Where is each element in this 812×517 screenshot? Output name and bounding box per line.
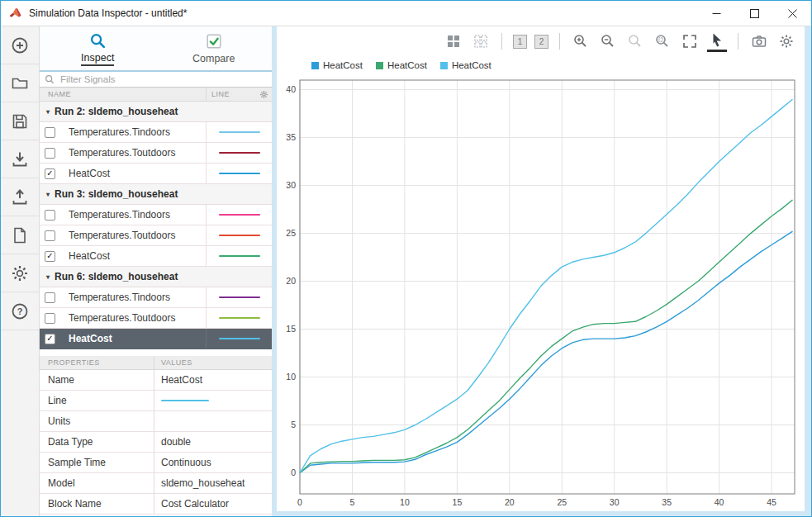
signal-row[interactable]: Temperatures.Toutdoors <box>40 225 272 246</box>
tab-compare[interactable]: Compare <box>156 26 273 70</box>
signal-line-swatch <box>219 296 260 299</box>
properties-rows: NameHeatCostLineUnitsData TypedoubleSamp… <box>40 370 272 515</box>
import-button[interactable] <box>1 140 39 178</box>
legend-label: HeatCost <box>323 60 363 70</box>
maximize-button[interactable] <box>735 1 773 26</box>
subplot-grid-icon <box>445 33 462 50</box>
signal-row[interactable]: ✓HeatCost <box>40 246 272 267</box>
signal-row[interactable]: ✓HeatCost <box>40 329 272 349</box>
cursor-2-button[interactable]: 2 <box>534 35 548 49</box>
run-group-label: Run 2: sldemo_househeat <box>55 106 178 117</box>
signal-line-cell <box>206 246 272 266</box>
add-run-button[interactable] <box>1 26 39 64</box>
signal-rows: ▾Run 2: sldemo_househeatTemperatures.Tin… <box>40 102 272 349</box>
signal-name: Temperatures.Tindoors <box>69 126 206 138</box>
property-value <box>154 391 272 410</box>
filter-signals-input[interactable] <box>59 74 267 85</box>
cursor-1-button[interactable]: 1 <box>513 35 527 49</box>
signal-row[interactable]: Temperatures.Tindoors <box>40 287 272 308</box>
signal-name: Temperatures.Toutdoors <box>69 312 206 324</box>
legend-label: HeatCost <box>452 60 491 70</box>
property-row: Units <box>40 411 272 432</box>
svg-text:35: 35 <box>662 497 672 507</box>
maximize-axes-icon <box>681 33 698 50</box>
snapshot-camera-button[interactable] <box>749 31 769 52</box>
signal-line-cell <box>206 225 272 245</box>
toolbar-separator <box>501 33 502 50</box>
zoom-in-button[interactable] <box>571 31 591 52</box>
signal-checkbox[interactable]: ✓ <box>45 251 55 262</box>
minimize-button[interactable] <box>697 1 735 26</box>
open-folder-button[interactable] <box>1 64 39 102</box>
signal-row[interactable]: Temperatures.Tindoors <box>40 122 272 143</box>
signal-row[interactable]: Temperatures.Toutdoors <box>40 143 272 164</box>
svg-text:45: 45 <box>767 497 776 507</box>
collapse-triangle-icon[interactable]: ▾ <box>46 108 50 116</box>
svg-text:5: 5 <box>350 497 355 507</box>
collapse-triangle-icon[interactable]: ▾ <box>46 273 50 281</box>
signal-name: Temperatures.Tindoors <box>69 292 206 303</box>
add-run-icon <box>10 36 30 55</box>
close-button[interactable] <box>773 1 811 26</box>
signal-checkbox[interactable] <box>45 230 55 241</box>
preferences-gear-icon <box>10 263 30 283</box>
report-button[interactable] <box>1 216 39 254</box>
column-header-line: LINE <box>211 90 230 98</box>
fit-to-view-button[interactable] <box>653 31 672 52</box>
subplot-custom-button[interactable] <box>471 31 491 52</box>
signal-name: HeatCost <box>69 168 206 179</box>
tab-inspect[interactable]: Inspect <box>40 26 156 70</box>
run-group-label: Run 6: sldemo_househeat <box>55 271 178 282</box>
signal-checkbox[interactable]: ✓ <box>45 334 55 344</box>
run-group-header[interactable]: ▾Run 6: sldemo_househeat <box>40 267 272 287</box>
properties-header: PROPERTIES VALUES <box>40 356 272 370</box>
help-button[interactable]: ? <box>1 292 39 330</box>
signal-checkbox[interactable] <box>45 292 55 303</box>
legend-item[interactable]: HeatCost <box>311 60 363 70</box>
svg-text:0: 0 <box>297 497 302 507</box>
legend-item[interactable]: HeatCost <box>376 60 427 70</box>
heatcost-plot[interactable]: 0510152025303540450510152025303540 <box>277 74 801 511</box>
fit-to-view-icon <box>654 33 671 50</box>
signal-checkbox[interactable] <box>45 127 55 138</box>
property-label: Sample Time <box>40 457 154 468</box>
subplot-grid-button[interactable] <box>444 31 463 52</box>
signal-checkbox[interactable] <box>45 210 55 221</box>
legend-swatch <box>311 62 319 69</box>
property-row: NameHeatCost <box>40 370 272 391</box>
save-button[interactable] <box>1 102 39 140</box>
export-button[interactable] <box>1 178 39 216</box>
legend-swatch <box>440 62 448 69</box>
run-group-header[interactable]: ▾Run 3: sldemo_househeat <box>40 184 272 205</box>
snapshot-camera-icon <box>751 33 767 50</box>
arrow-cursor-button[interactable] <box>707 31 727 52</box>
collapse-triangle-icon[interactable]: ▾ <box>46 191 50 198</box>
svg-text:0: 0 <box>291 467 296 477</box>
column-settings-gear-icon[interactable] <box>259 90 268 99</box>
maximize-axes-button[interactable] <box>680 31 700 52</box>
signal-line-swatch <box>219 214 260 216</box>
signal-row[interactable]: ✓HeatCost <box>40 164 272 184</box>
zoom-pan-button[interactable] <box>625 31 645 52</box>
run-group-header[interactable]: ▾Run 2: sldemo_househeat <box>40 102 272 122</box>
property-row: Line <box>40 391 272 411</box>
run-group-label: Run 3: sldemo_househeat <box>55 188 178 200</box>
legend-item[interactable]: HeatCost <box>440 60 491 70</box>
property-row: Modelsldemo_househeat <box>40 473 272 494</box>
zoom-out-button[interactable] <box>598 31 618 52</box>
minimize-icon <box>712 9 721 18</box>
save-icon <box>10 111 30 131</box>
subplot-custom-icon <box>472 33 489 50</box>
property-value: Continuous <box>154 453 272 472</box>
property-label: Units <box>40 415 154 427</box>
signal-line-swatch <box>219 255 260 258</box>
signal-checkbox[interactable] <box>45 313 55 324</box>
signal-checkbox[interactable]: ✓ <box>45 168 55 179</box>
signal-row[interactable]: Temperatures.Tindoors <box>40 205 272 225</box>
preferences-gear-button[interactable] <box>1 254 39 292</box>
import-icon <box>10 149 30 169</box>
signal-checkbox[interactable] <box>45 148 55 159</box>
signal-row[interactable]: Temperatures.Toutdoors <box>40 308 272 329</box>
property-row: Block NameCost Calculator <box>40 494 272 515</box>
plot-settings-gear-button[interactable] <box>776 31 796 52</box>
